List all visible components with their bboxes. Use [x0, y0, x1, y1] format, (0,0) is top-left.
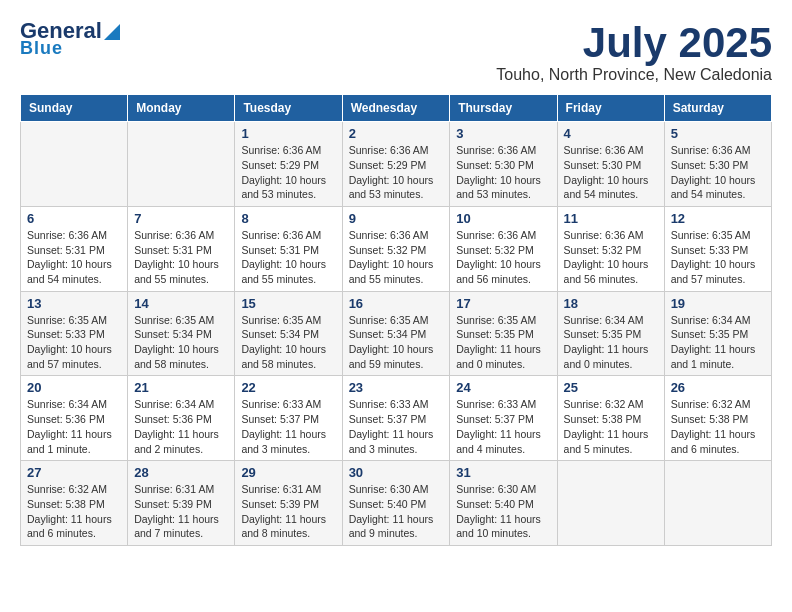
header-row: SundayMondayTuesdayWednesdayThursdayFrid…: [21, 95, 772, 122]
calendar-cell: 29Sunrise: 6:31 AM Sunset: 5:39 PM Dayli…: [235, 461, 342, 546]
calendar-cell: 2Sunrise: 6:36 AM Sunset: 5:29 PM Daylig…: [342, 122, 450, 207]
calendar-body: 1Sunrise: 6:36 AM Sunset: 5:29 PM Daylig…: [21, 122, 772, 546]
calendar-cell: 24Sunrise: 6:33 AM Sunset: 5:37 PM Dayli…: [450, 376, 557, 461]
logo: General Blue: [20, 20, 120, 59]
calendar-cell: 28Sunrise: 6:31 AM Sunset: 5:39 PM Dayli…: [128, 461, 235, 546]
day-info: Sunrise: 6:31 AM Sunset: 5:39 PM Dayligh…: [134, 482, 228, 541]
week-row-3: 13Sunrise: 6:35 AM Sunset: 5:33 PM Dayli…: [21, 291, 772, 376]
day-number: 8: [241, 211, 335, 226]
day-number: 30: [349, 465, 444, 480]
day-info: Sunrise: 6:36 AM Sunset: 5:29 PM Dayligh…: [241, 143, 335, 202]
calendar-cell: 26Sunrise: 6:32 AM Sunset: 5:38 PM Dayli…: [664, 376, 771, 461]
week-row-5: 27Sunrise: 6:32 AM Sunset: 5:38 PM Dayli…: [21, 461, 772, 546]
calendar-header: SundayMondayTuesdayWednesdayThursdayFrid…: [21, 95, 772, 122]
header-cell-friday: Friday: [557, 95, 664, 122]
calendar-cell: 25Sunrise: 6:32 AM Sunset: 5:38 PM Dayli…: [557, 376, 664, 461]
calendar-cell: 21Sunrise: 6:34 AM Sunset: 5:36 PM Dayli…: [128, 376, 235, 461]
calendar-cell: 6Sunrise: 6:36 AM Sunset: 5:31 PM Daylig…: [21, 206, 128, 291]
day-info: Sunrise: 6:33 AM Sunset: 5:37 PM Dayligh…: [456, 397, 550, 456]
header: General Blue July 2025 Touho, North Prov…: [20, 20, 772, 84]
calendar-cell: 7Sunrise: 6:36 AM Sunset: 5:31 PM Daylig…: [128, 206, 235, 291]
day-number: 12: [671, 211, 765, 226]
day-number: 27: [27, 465, 121, 480]
header-cell-wednesday: Wednesday: [342, 95, 450, 122]
day-number: 26: [671, 380, 765, 395]
day-number: 25: [564, 380, 658, 395]
day-info: Sunrise: 6:34 AM Sunset: 5:35 PM Dayligh…: [564, 313, 658, 372]
calendar-cell: [557, 461, 664, 546]
calendar-cell: 8Sunrise: 6:36 AM Sunset: 5:31 PM Daylig…: [235, 206, 342, 291]
calendar-cell: 19Sunrise: 6:34 AM Sunset: 5:35 PM Dayli…: [664, 291, 771, 376]
calendar-cell: [664, 461, 771, 546]
day-info: Sunrise: 6:36 AM Sunset: 5:31 PM Dayligh…: [134, 228, 228, 287]
day-number: 16: [349, 296, 444, 311]
calendar-cell: 30Sunrise: 6:30 AM Sunset: 5:40 PM Dayli…: [342, 461, 450, 546]
day-info: Sunrise: 6:36 AM Sunset: 5:32 PM Dayligh…: [456, 228, 550, 287]
day-number: 4: [564, 126, 658, 141]
day-number: 24: [456, 380, 550, 395]
calendar-cell: 1Sunrise: 6:36 AM Sunset: 5:29 PM Daylig…: [235, 122, 342, 207]
calendar-cell: 23Sunrise: 6:33 AM Sunset: 5:37 PM Dayli…: [342, 376, 450, 461]
header-cell-sunday: Sunday: [21, 95, 128, 122]
calendar-cell: [128, 122, 235, 207]
day-info: Sunrise: 6:35 AM Sunset: 5:33 PM Dayligh…: [27, 313, 121, 372]
day-number: 21: [134, 380, 228, 395]
calendar-cell: 4Sunrise: 6:36 AM Sunset: 5:30 PM Daylig…: [557, 122, 664, 207]
day-info: Sunrise: 6:32 AM Sunset: 5:38 PM Dayligh…: [564, 397, 658, 456]
header-cell-monday: Monday: [128, 95, 235, 122]
day-number: 13: [27, 296, 121, 311]
calendar-cell: 13Sunrise: 6:35 AM Sunset: 5:33 PM Dayli…: [21, 291, 128, 376]
day-info: Sunrise: 6:34 AM Sunset: 5:36 PM Dayligh…: [27, 397, 121, 456]
calendar-cell: 17Sunrise: 6:35 AM Sunset: 5:35 PM Dayli…: [450, 291, 557, 376]
day-info: Sunrise: 6:34 AM Sunset: 5:35 PM Dayligh…: [671, 313, 765, 372]
day-info: Sunrise: 6:36 AM Sunset: 5:30 PM Dayligh…: [671, 143, 765, 202]
day-info: Sunrise: 6:36 AM Sunset: 5:32 PM Dayligh…: [564, 228, 658, 287]
day-number: 14: [134, 296, 228, 311]
calendar-cell: 31Sunrise: 6:30 AM Sunset: 5:40 PM Dayli…: [450, 461, 557, 546]
day-info: Sunrise: 6:36 AM Sunset: 5:32 PM Dayligh…: [349, 228, 444, 287]
week-row-1: 1Sunrise: 6:36 AM Sunset: 5:29 PM Daylig…: [21, 122, 772, 207]
calendar-cell: 5Sunrise: 6:36 AM Sunset: 5:30 PM Daylig…: [664, 122, 771, 207]
day-info: Sunrise: 6:30 AM Sunset: 5:40 PM Dayligh…: [456, 482, 550, 541]
week-row-4: 20Sunrise: 6:34 AM Sunset: 5:36 PM Dayli…: [21, 376, 772, 461]
logo-blue: Blue: [20, 38, 63, 59]
day-number: 22: [241, 380, 335, 395]
calendar-table: SundayMondayTuesdayWednesdayThursdayFrid…: [20, 94, 772, 546]
day-info: Sunrise: 6:36 AM Sunset: 5:30 PM Dayligh…: [564, 143, 658, 202]
day-number: 2: [349, 126, 444, 141]
calendar-cell: 14Sunrise: 6:35 AM Sunset: 5:34 PM Dayli…: [128, 291, 235, 376]
calendar-cell: 18Sunrise: 6:34 AM Sunset: 5:35 PM Dayli…: [557, 291, 664, 376]
day-number: 17: [456, 296, 550, 311]
calendar-cell: 12Sunrise: 6:35 AM Sunset: 5:33 PM Dayli…: [664, 206, 771, 291]
day-info: Sunrise: 6:36 AM Sunset: 5:30 PM Dayligh…: [456, 143, 550, 202]
day-info: Sunrise: 6:36 AM Sunset: 5:31 PM Dayligh…: [27, 228, 121, 287]
day-info: Sunrise: 6:32 AM Sunset: 5:38 PM Dayligh…: [671, 397, 765, 456]
header-cell-thursday: Thursday: [450, 95, 557, 122]
calendar-cell: 16Sunrise: 6:35 AM Sunset: 5:34 PM Dayli…: [342, 291, 450, 376]
day-info: Sunrise: 6:36 AM Sunset: 5:29 PM Dayligh…: [349, 143, 444, 202]
header-cell-saturday: Saturday: [664, 95, 771, 122]
day-number: 19: [671, 296, 765, 311]
day-number: 28: [134, 465, 228, 480]
day-info: Sunrise: 6:35 AM Sunset: 5:33 PM Dayligh…: [671, 228, 765, 287]
calendar-cell: 27Sunrise: 6:32 AM Sunset: 5:38 PM Dayli…: [21, 461, 128, 546]
day-number: 23: [349, 380, 444, 395]
day-info: Sunrise: 6:35 AM Sunset: 5:34 PM Dayligh…: [241, 313, 335, 372]
day-number: 11: [564, 211, 658, 226]
day-info: Sunrise: 6:33 AM Sunset: 5:37 PM Dayligh…: [349, 397, 444, 456]
day-info: Sunrise: 6:30 AM Sunset: 5:40 PM Dayligh…: [349, 482, 444, 541]
week-row-2: 6Sunrise: 6:36 AM Sunset: 5:31 PM Daylig…: [21, 206, 772, 291]
calendar-cell: 20Sunrise: 6:34 AM Sunset: 5:36 PM Dayli…: [21, 376, 128, 461]
day-info: Sunrise: 6:35 AM Sunset: 5:34 PM Dayligh…: [349, 313, 444, 372]
day-info: Sunrise: 6:32 AM Sunset: 5:38 PM Dayligh…: [27, 482, 121, 541]
day-info: Sunrise: 6:35 AM Sunset: 5:34 PM Dayligh…: [134, 313, 228, 372]
day-number: 20: [27, 380, 121, 395]
day-number: 31: [456, 465, 550, 480]
day-number: 15: [241, 296, 335, 311]
day-number: 5: [671, 126, 765, 141]
day-number: 18: [564, 296, 658, 311]
day-number: 1: [241, 126, 335, 141]
calendar-cell: 22Sunrise: 6:33 AM Sunset: 5:37 PM Dayli…: [235, 376, 342, 461]
calendar-cell: 10Sunrise: 6:36 AM Sunset: 5:32 PM Dayli…: [450, 206, 557, 291]
day-number: 3: [456, 126, 550, 141]
